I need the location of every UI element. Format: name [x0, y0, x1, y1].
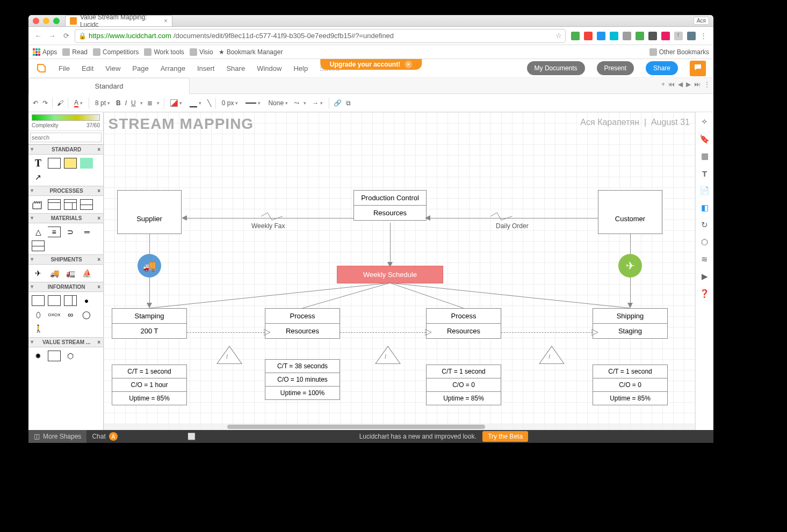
panel-information[interactable]: INFORMATION×: [28, 282, 103, 292]
inventory-icon[interactable]: I: [375, 346, 401, 364]
kaizen-shape[interactable]: ✸: [32, 351, 45, 361]
close-icon[interactable]: ×: [97, 339, 100, 345]
expand-chat-icon[interactable]: ⬜: [187, 433, 196, 440]
menu-help[interactable]: Help: [293, 64, 308, 72]
first-page-icon[interactable]: ⏮: [668, 81, 675, 88]
ext-icon[interactable]: r: [674, 32, 683, 40]
close-tab-icon[interactable]: ×: [164, 17, 168, 25]
more-shapes-button[interactable]: ◫ More Shapes: [28, 430, 86, 443]
font-size[interactable]: 8 pt▾: [93, 99, 112, 107]
comment-icon[interactable]: [690, 61, 706, 76]
menu-file[interactable]: File: [59, 64, 70, 72]
share-button[interactable]: Share: [646, 61, 678, 75]
process-block[interactable]: Process Resources: [426, 308, 501, 339]
safety-shape[interactable]: [48, 351, 61, 361]
apps-shortcut[interactable]: Apps: [33, 48, 57, 56]
bold-icon[interactable]: B: [116, 99, 121, 107]
dot-shape[interactable]: ●: [80, 295, 93, 306]
ext-icon[interactable]: [661, 32, 670, 40]
page-menu-icon[interactable]: ⋮: [704, 81, 710, 88]
inventory-icon[interactable]: I: [539, 346, 565, 364]
reload-button[interactable]: ⟳: [61, 32, 71, 40]
link-icon[interactable]: 🔗: [334, 99, 342, 107]
border-style-icon[interactable]: ╲: [207, 99, 211, 107]
info-shape[interactable]: [48, 295, 61, 306]
page-icon[interactable]: 📄: [699, 185, 710, 196]
data-box[interactable]: C/T = 1 second C/O = 1 hour Uptime = 85%: [112, 365, 187, 405]
close-icon[interactable]: ×: [97, 188, 100, 194]
present-button[interactable]: Present: [597, 61, 634, 75]
maximize-window[interactable]: [53, 18, 60, 24]
inventory-shape[interactable]: △: [32, 227, 45, 237]
browser-tab[interactable]: Value Stream Mapping: Lucidc ×: [65, 15, 172, 27]
minimize-window[interactable]: [43, 18, 49, 24]
supermarket-shape[interactable]: ≡: [48, 227, 61, 237]
menu-window[interactable]: Window: [257, 64, 281, 72]
last-page-icon[interactable]: ⏭: [694, 81, 701, 88]
undo-icon[interactable]: ↶: [33, 99, 38, 107]
paint-format-icon[interactable]: 🖌: [57, 99, 63, 107]
bookmark-folder[interactable]: Work tools: [144, 48, 184, 56]
ext-icon[interactable]: [610, 32, 618, 40]
feature-icon[interactable]: 🔖: [699, 134, 710, 144]
theme-icon[interactable]: ◧: [699, 202, 710, 213]
line-style[interactable]: None▾: [266, 99, 290, 107]
ship-arrow-shape[interactable]: ✈: [32, 268, 45, 279]
my-documents-button[interactable]: My Documents: [527, 61, 585, 75]
operator-shape[interactable]: 🚶: [32, 323, 45, 334]
supplier-block[interactable]: Supplier: [117, 190, 182, 234]
search-input[interactable]: [30, 133, 102, 142]
back-button[interactable]: ←: [33, 32, 44, 40]
forklift-shape[interactable]: 🚛: [64, 268, 77, 279]
menu-view[interactable]: View: [105, 64, 120, 72]
ext-icon[interactable]: [648, 32, 657, 40]
help-icon[interactable]: ❓: [699, 288, 710, 299]
truck-shape[interactable]: 🚚: [48, 268, 61, 279]
boat-shape[interactable]: ⛵: [80, 268, 93, 279]
cylinder-shape[interactable]: ⬯: [32, 309, 45, 320]
panel-materials[interactable]: MATERIALS×: [28, 213, 103, 223]
line-routing-icon[interactable]: ⤳: [294, 99, 299, 107]
stop-shape[interactable]: ⬡: [64, 351, 77, 361]
close-icon[interactable]: ×: [97, 147, 100, 152]
process-stamping[interactable]: Stamping 200 T: [112, 308, 187, 339]
ext-icon[interactable]: [623, 32, 631, 40]
forward-button[interactable]: →: [47, 32, 57, 40]
border-color[interactable]: ▾: [188, 99, 203, 107]
plane-icon[interactable]: ✈: [618, 254, 642, 278]
history-icon[interactable]: ↻: [699, 220, 710, 230]
next-page-icon[interactable]: ▶: [686, 81, 691, 88]
ext-icon[interactable]: [687, 32, 696, 40]
font-color[interactable]: A▾: [73, 99, 84, 107]
cell-shape[interactable]: [64, 199, 77, 210]
other-bookmarks[interactable]: Other Bookmarks: [649, 48, 709, 56]
ellipse-shape[interactable]: ◯: [80, 309, 93, 320]
data-shape[interactable]: [80, 199, 93, 210]
navigator-icon[interactable]: ✧: [699, 116, 710, 127]
menu-edit[interactable]: Edit: [82, 64, 93, 72]
bookmark-folder[interactable]: Visio: [190, 48, 213, 56]
panel-valuestream[interactable]: VALUE STREAM ...×: [28, 337, 103, 347]
present-icon[interactable]: ▶: [699, 271, 710, 282]
add-page-icon[interactable]: +: [661, 81, 665, 88]
chat-button[interactable]: Chat A: [86, 432, 122, 441]
text-icon[interactable]: T: [699, 168, 710, 179]
close-icon[interactable]: ×: [97, 284, 100, 290]
try-beta-button[interactable]: Try the Beta: [482, 431, 528, 442]
ext-icon[interactable]: [571, 32, 580, 40]
fill-color[interactable]: ▾: [169, 99, 184, 107]
truck-icon[interactable]: 🚚: [138, 254, 161, 278]
close-icon[interactable]: ×: [97, 215, 100, 221]
inventory-icon[interactable]: I: [216, 346, 242, 364]
menu-icon[interactable]: ⋮: [700, 32, 707, 40]
text-shape[interactable]: T: [32, 158, 45, 169]
customer-block[interactable]: Customer: [598, 190, 662, 234]
panel-shipments[interactable]: SHIPMENTS×: [28, 254, 103, 265]
lucidchart-logo-icon[interactable]: [36, 63, 47, 74]
buffer-shape[interactable]: [32, 241, 45, 251]
align-icon[interactable]: ≣: [147, 99, 153, 107]
process-block[interactable]: Process Resources: [265, 308, 340, 339]
border-width[interactable]: 0 px▾: [220, 99, 240, 107]
address-bar[interactable]: 🔒 https://www.lucidchart.com/documents/e…: [75, 29, 566, 43]
bookmark-item[interactable]: ★Bookmark Manager: [219, 48, 283, 56]
